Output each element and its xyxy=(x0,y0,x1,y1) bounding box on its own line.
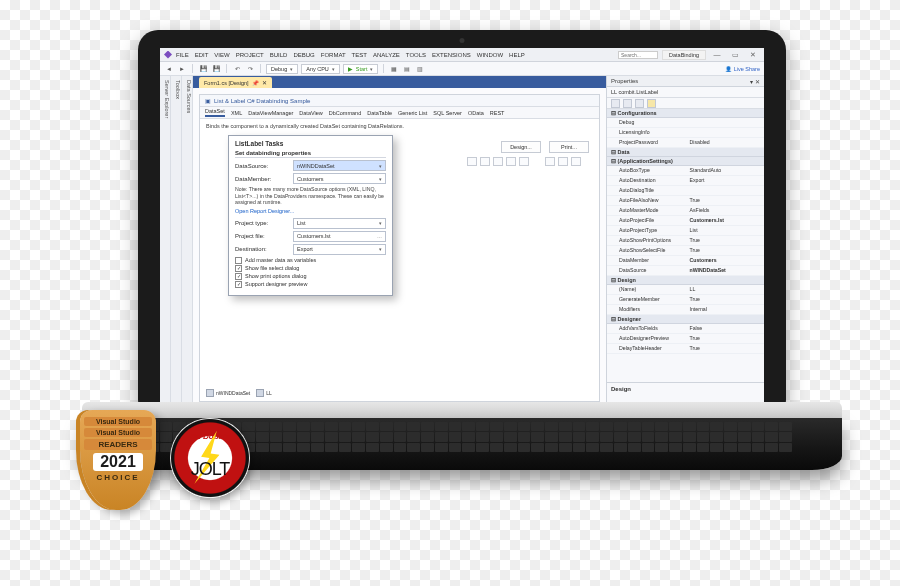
vs-logo-icon xyxy=(164,51,172,59)
maximize-button[interactable]: ▭ xyxy=(728,51,742,59)
form-title: ▣ List & Label C# Databinding Sample xyxy=(200,95,599,107)
menu-analyze[interactable]: ANALYZE xyxy=(373,52,400,58)
chk-master[interactable]: Add master data as variables xyxy=(235,257,386,264)
prop-row[interactable]: AutoDialogTitle xyxy=(607,186,764,196)
ds-tab-generic list[interactable]: Generic List xyxy=(398,110,427,116)
ds-tab-dbcommand[interactable]: DbCommand xyxy=(329,110,361,116)
menu-test[interactable]: TEST xyxy=(352,52,367,58)
prop-category[interactable]: ⊟ Designer xyxy=(607,315,764,324)
ds-tab-dataviewmanager[interactable]: DataViewManager xyxy=(248,110,293,116)
prop-row[interactable]: AutoShowSelectFileTrue xyxy=(607,246,764,256)
rail-data-sources[interactable]: Data Sources xyxy=(182,76,193,408)
menu-format[interactable]: FORMAT xyxy=(321,52,346,58)
prop-row[interactable]: AddVarsToFieldsFalse xyxy=(607,324,764,334)
component-nwinddataset[interactable]: nWINDDataSet xyxy=(206,389,250,397)
minimize-button[interactable]: — xyxy=(710,51,724,58)
popup-toolbar[interactable] xyxy=(467,157,581,166)
pin-icon[interactable]: 📌 xyxy=(252,80,259,86)
form-designer[interactable]: ▣ List & Label C# Databinding Sample Dat… xyxy=(199,94,600,402)
projtype-combo[interactable]: List▾ xyxy=(293,218,386,229)
properties-selector[interactable]: LL combit.ListLabel xyxy=(607,87,764,98)
menu-bar: FILEEDITVIEWPROJECTBUILDDEBUGFORMATTESTA… xyxy=(160,48,764,62)
print-button[interactable]: Print... xyxy=(549,141,589,153)
prop-row[interactable]: DataSourcenWINDDataSet xyxy=(607,266,764,276)
prop-row[interactable]: AutoFileAlsoNewTrue xyxy=(607,196,764,206)
prop-row[interactable]: AutoProjectFileCustomers.lst xyxy=(607,216,764,226)
solution-tag[interactable]: DataBinding xyxy=(662,50,706,60)
save-all-icon[interactable]: 💾 xyxy=(211,64,221,74)
properties-toolbar[interactable] xyxy=(607,98,764,109)
component-ll[interactable]: LL xyxy=(256,389,272,397)
prop-row[interactable]: DelayTableHeaderTrue xyxy=(607,344,764,354)
ds-tab-rest[interactable]: REST xyxy=(490,110,505,116)
save-icon[interactable]: 💾 xyxy=(198,64,208,74)
prop-row[interactable]: DataMemberCustomers xyxy=(607,256,764,266)
prop-category[interactable]: ⊟ Data xyxy=(607,148,764,157)
ds-tab-datatable[interactable]: DataTable xyxy=(367,110,392,116)
menu-help[interactable]: HELP xyxy=(509,52,525,58)
chk-preview[interactable]: ✓Support designer preview xyxy=(235,281,386,288)
prop-row[interactable]: (Name)LL xyxy=(607,285,764,295)
start-button[interactable]: ▶ Start▾ xyxy=(343,64,379,74)
menu-edit[interactable]: EDIT xyxy=(195,52,209,58)
projtype-label: Project type: xyxy=(235,220,290,226)
document-tab[interactable]: Form1.cs [Design] 📌 ✕ xyxy=(199,77,272,88)
open-designer-link[interactable]: Open Report Designer... xyxy=(235,208,386,214)
platform-combo[interactable]: Any CPU▾ xyxy=(301,64,340,74)
toolbar-icon[interactable]: ▤ xyxy=(402,64,412,74)
ds-tab-sql server[interactable]: SQL Server xyxy=(433,110,462,116)
datamember-combo[interactable]: Customers▾ xyxy=(293,173,386,184)
toolbar-icon[interactable]: ▦ xyxy=(389,64,399,74)
prop-row[interactable]: AutoDesignerPreviewTrue xyxy=(607,334,764,344)
prop-row[interactable]: ProjectPasswordDisabled xyxy=(607,138,764,148)
ds-tab-odata[interactable]: OData xyxy=(468,110,484,116)
menu-tools[interactable]: TOOLS xyxy=(406,52,426,58)
property-grid[interactable]: ⊟ ConfigurationsDebugLicensingInfoProjec… xyxy=(607,109,764,382)
chk-file[interactable]: ✓Show file select dialog xyxy=(235,265,386,272)
live-share-button[interactable]: 👤 Live Share xyxy=(725,66,760,72)
nav-fwd-icon[interactable]: ► xyxy=(177,64,187,74)
ds-tab-xml[interactable]: XML xyxy=(231,110,242,116)
toolbar-icon[interactable]: ▥ xyxy=(415,64,425,74)
close-tab-icon[interactable]: ✕ xyxy=(262,80,267,86)
projfile-field[interactable]: Customers.lst… xyxy=(293,231,386,242)
document-tab-well: Form1.cs [Design] 📌 ✕ xyxy=(193,76,606,88)
nav-back-icon[interactable]: ◄ xyxy=(164,64,174,74)
prop-row[interactable]: AutoShowPrintOptionsTrue xyxy=(607,236,764,246)
design-button[interactable]: Design... xyxy=(501,141,541,153)
prop-row[interactable]: AutoMasterModeAsFields xyxy=(607,206,764,216)
menu-project[interactable]: PROJECT xyxy=(236,52,264,58)
config-combo[interactable]: Debug▾ xyxy=(266,64,298,74)
prop-row[interactable]: ModifiersInternal xyxy=(607,305,764,315)
main-menu[interactable]: FILEEDITVIEWPROJECTBUILDDEBUGFORMATTESTA… xyxy=(176,51,531,58)
prop-row[interactable]: AutoDestinationExport xyxy=(607,176,764,186)
prop-row[interactable]: LicensingInfo xyxy=(607,128,764,138)
prop-row[interactable]: AutoBoxTypeStandardAuto xyxy=(607,166,764,176)
rail-toolbox[interactable]: Toolbox xyxy=(171,76,182,408)
component-tray[interactable]: nWINDDataSetLL xyxy=(206,389,272,397)
menu-view[interactable]: VIEW xyxy=(214,52,229,58)
menu-window[interactable]: WINDOW xyxy=(477,52,503,58)
prop-category[interactable]: ⊟ (ApplicationSettings) xyxy=(607,157,764,166)
rail-server-explorer[interactable]: Server Explorer xyxy=(160,76,171,408)
destination-combo[interactable]: Export▾ xyxy=(293,244,386,255)
close-button[interactable]: ✕ xyxy=(746,51,760,59)
menu-extensions[interactable]: EXTENSIONS xyxy=(432,52,471,58)
prop-row[interactable]: AutoProjectTypeList xyxy=(607,226,764,236)
prop-category[interactable]: ⊟ Configurations xyxy=(607,109,764,118)
search-input[interactable] xyxy=(618,51,658,59)
undo-icon[interactable]: ↶ xyxy=(232,64,242,74)
menu-file[interactable]: FILE xyxy=(176,52,189,58)
ds-tab-dataview[interactable]: DataView xyxy=(299,110,322,116)
ds-tab-dataset[interactable]: DataSet xyxy=(205,108,225,117)
prop-row[interactable]: Debug xyxy=(607,118,764,128)
prop-category[interactable]: ⊟ Design xyxy=(607,276,764,285)
datasource-combo[interactable]: nWINDDataSet▾ xyxy=(293,160,386,171)
menu-build[interactable]: BUILD xyxy=(270,52,288,58)
menu-debug[interactable]: DEBUG xyxy=(293,52,314,58)
redo-icon[interactable]: ↷ xyxy=(245,64,255,74)
ide-window: FILEEDITVIEWPROJECTBUILDDEBUGFORMATTESTA… xyxy=(160,48,764,408)
chk-print[interactable]: ✓Show print options dialog xyxy=(235,273,386,280)
prop-row[interactable]: GenerateMemberTrue xyxy=(607,295,764,305)
sample-tabstrip[interactable]: DataSetXMLDataViewManagerDataViewDbComma… xyxy=(200,107,599,119)
